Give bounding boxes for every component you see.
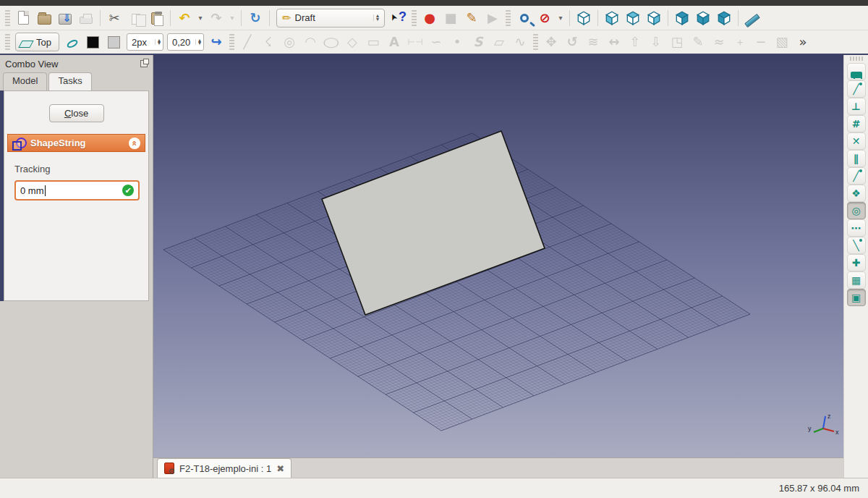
draft-polygon-icon: ◇: [342, 32, 362, 52]
toolbar-separator: [597, 10, 598, 26]
view-left-icon[interactable]: [714, 8, 734, 28]
line-color-swatch[interactable]: [83, 32, 103, 52]
toolbar-grip: [229, 34, 234, 50]
snap-extension-icon[interactable]: ▦: [847, 271, 866, 289]
toolbar-grip: [850, 56, 863, 61]
macro-record-icon[interactable]: ●: [420, 8, 440, 28]
new-file-icon[interactable]: [13, 8, 33, 28]
macro-edit-icon[interactable]: ✎: [461, 8, 482, 28]
tab-model[interactable]: Model: [3, 72, 47, 90]
copy-icon: [125, 8, 145, 28]
document-tab-label: F2-T18-ejemplo-ini : 1: [179, 463, 271, 474]
undo-icon[interactable]: ↶: [174, 8, 195, 28]
draft-downgrade-icon: ⇩: [646, 32, 666, 52]
redo-icon: ↷: [206, 8, 226, 28]
workbench-selector-value: Draft: [295, 12, 367, 23]
working-plane-button[interactable]: Top: [15, 33, 59, 51]
document-tab[interactable]: F2-T18-ejemplo-ini : 1 ✖: [157, 458, 292, 478]
global-scale-spinner[interactable]: 0,20▴▾: [167, 33, 204, 51]
paste-icon[interactable]: [146, 8, 166, 28]
draft-upgrade-icon: ⇧: [625, 32, 645, 52]
status-dimensions: 165.87 x 96.04 mm: [779, 483, 859, 494]
snap-perpendicular-icon[interactable]: ⊥: [847, 98, 866, 115]
snap-working-plane-icon[interactable]: ▣: [847, 289, 866, 306]
view-top-icon[interactable]: [623, 8, 643, 28]
construction-mode-icon[interactable]: [62, 32, 82, 52]
shapestring-task-title: ShapeString: [30, 138, 124, 148]
draft-edit-icon: ✎: [688, 32, 708, 52]
spinner-arrows[interactable]: ▴▾: [195, 39, 203, 46]
snap-lock-icon[interactable]: [847, 63, 866, 80]
status-bar: 165.87 x 96.04 mm: [0, 478, 868, 498]
snap-parallel-icon[interactable]: ∥: [847, 150, 866, 167]
collapse-task-icon[interactable]: «: [129, 138, 140, 149]
macro-play-icon: ▶: [482, 8, 503, 28]
spinner-arrows[interactable]: ▴▾: [155, 39, 163, 46]
working-plane-label: Top: [36, 37, 51, 48]
tracking-input[interactable]: 0 mm ✔: [14, 180, 140, 201]
cut-icon[interactable]: ✂: [104, 8, 124, 28]
line-width-spinner[interactable]: 2px▴▾: [127, 33, 163, 51]
working-plane-icon: [18, 41, 33, 48]
view-front-icon[interactable]: [602, 8, 622, 28]
draft-scale-icon: ◳: [667, 32, 687, 52]
tracking-value: 0 mm: [20, 185, 44, 196]
close-button[interactable]: Close: [49, 104, 104, 122]
window-title-strip: [0, 0, 868, 6]
draft-join-icon: ≈: [709, 32, 729, 52]
snap-dimensions-icon[interactable]: ⋯: [847, 219, 866, 237]
draft-shapestring-icon: S: [468, 32, 488, 52]
draft-rotate-icon: ↺: [562, 32, 582, 52]
draft-workbench-icon: ✏: [282, 12, 292, 25]
draft-move-icon: ✥: [541, 32, 561, 52]
open-file-icon[interactable]: [34, 8, 54, 28]
snap-center-icon[interactable]: ◎: [847, 202, 866, 219]
snap-ortho-icon[interactable]: ✚: [847, 254, 866, 271]
svg-text:x: x: [835, 429, 839, 436]
snap-grid-icon[interactable]: #: [847, 115, 866, 132]
draft-facebinder-icon: ▱: [489, 32, 509, 52]
toolbar-separator: [569, 10, 570, 26]
snap-midpoint-icon[interactable]: ╱: [847, 167, 866, 185]
fit-all-icon[interactable]: [514, 8, 534, 28]
document-tabbar: F2-T18-ejemplo-ini : 1 ✖: [153, 457, 843, 478]
valid-check-icon: ✔: [122, 185, 134, 196]
3d-viewport[interactable]: zxy: [153, 55, 843, 457]
snap-intersection-icon[interactable]: ✕: [847, 132, 866, 150]
measure-distance-icon[interactable]: [742, 8, 762, 28]
document-tab-close-icon[interactable]: ✖: [276, 463, 284, 474]
autogroup-icon[interactable]: ↪: [206, 32, 226, 52]
toolbar-overflow-icon[interactable]: »: [793, 32, 813, 52]
toolbar-separator: [738, 10, 739, 26]
dock-float-icon[interactable]: [140, 60, 148, 67]
undo-dropdown-icon[interactable]: ▾: [195, 8, 205, 28]
snap-near-icon[interactable]: ╲: [847, 237, 866, 254]
combo-arrows[interactable]: ▴▾: [373, 14, 381, 21]
save-icon[interactable]: [55, 8, 75, 28]
snap-endpoint-icon[interactable]: ╱: [847, 80, 866, 98]
view-right-icon[interactable]: [644, 8, 664, 28]
view-axonometric-icon[interactable]: [574, 8, 594, 28]
face-color-swatch[interactable]: [104, 32, 124, 52]
refresh-icon[interactable]: ↻: [245, 8, 265, 28]
draft-del-point-icon: −: [751, 32, 771, 52]
tab-tasks[interactable]: Tasks: [48, 72, 91, 90]
tracking-label: Tracking: [14, 164, 148, 174]
draw-style-icon[interactable]: ⊘: [535, 8, 555, 28]
toolbar-separator: [241, 10, 242, 26]
svg-text:z: z: [827, 413, 831, 420]
shapestring-task-header: ShapeString «: [7, 134, 145, 152]
view-rear-icon[interactable]: [672, 8, 692, 28]
draft-circle-icon: ◎: [279, 32, 299, 52]
snap-special-icon[interactable]: ❖: [847, 185, 866, 202]
draw-style-dropdown-icon[interactable]: ▾: [556, 8, 566, 28]
print-icon: [76, 8, 96, 28]
whats-this-icon[interactable]: [388, 8, 409, 28]
toolbar-grip: [5, 10, 10, 26]
draft-dimension-icon: ⊢⊣: [405, 32, 425, 52]
draft-trimex-icon: ↔: [604, 32, 624, 52]
draft-line-icon: ╱: [237, 32, 258, 52]
toolbar-grip: [5, 34, 10, 50]
workbench-selector[interactable]: ✏Draft▴▾: [276, 9, 385, 28]
view-bottom-icon[interactable]: [693, 8, 713, 28]
